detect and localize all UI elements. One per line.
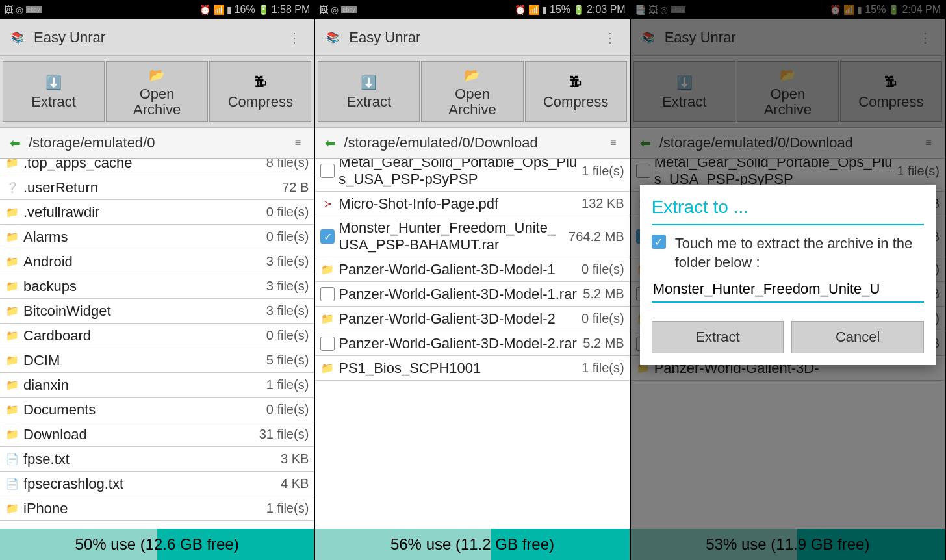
file-row[interactable]: ❔.userReturn72 B xyxy=(0,175,314,200)
path-bar: ⬅ /storage/emulated/0 ≡ xyxy=(0,127,314,159)
file-checkbox[interactable] xyxy=(320,164,335,178)
battery-text: 16% xyxy=(235,4,255,16)
file-name: DCIM xyxy=(23,352,262,369)
file-row[interactable]: Panzer-World-Galient-3D-Model-2.rar5.2 M… xyxy=(315,331,629,356)
storage-footer: 50% use (12.6 GB free) xyxy=(0,529,314,560)
file-row[interactable]: Panzer-World-Galient-3D-Model-1.rar5.2 M… xyxy=(315,282,629,307)
target-icon: ◎ xyxy=(16,5,23,15)
file-name: BitcoinWidget xyxy=(23,303,262,320)
dialog-body[interactable]: ✓ Touch me to extract the archive in the… xyxy=(652,235,924,272)
storage-text: 50% use (12.6 GB free) xyxy=(75,535,239,554)
file-list[interactable]: 📁.top_apps_cache8 file(s)❔.userReturn72 … xyxy=(0,159,314,529)
file-checkbox[interactable] xyxy=(320,287,335,301)
file-row[interactable]: Metal_Gear_Solid_Portable_Ops_Plus_USA_P… xyxy=(315,159,629,192)
extract-button[interactable]: ⬇️ Extract xyxy=(3,61,105,122)
dialog-divider xyxy=(652,224,924,225)
gallery-icon: 🖼 xyxy=(319,5,328,15)
file-name: backups xyxy=(23,278,262,295)
file-row[interactable]: 📁Documents0 file(s) xyxy=(0,398,314,422)
file-row[interactable]: 📁PS1_Bios_SCPH10011 file(s) xyxy=(315,356,629,381)
file-row[interactable]: 📄fpsecrashlog.txt4 KB xyxy=(0,472,314,496)
dialog-title: Extract to ... xyxy=(652,197,924,218)
file-name: .top_apps_cache xyxy=(23,159,262,172)
file-row[interactable]: 📁Download31 file(s) xyxy=(0,422,314,447)
file-row[interactable]: 📁Panzer-World-Galient-3D-Model-20 file(s… xyxy=(315,307,629,331)
file-name: fpse.txt xyxy=(23,451,277,468)
file-size: 1 file(s) xyxy=(582,164,624,179)
file-row[interactable]: 📁Panzer-World-Galient-3D-Model-10 file(s… xyxy=(315,257,629,282)
file-name: Documents xyxy=(23,401,262,418)
overflow-menu-button[interactable]: ⋮ xyxy=(597,25,623,51)
file-name: .userReturn xyxy=(23,179,278,196)
extract-button[interactable]: ⬇️ Extract xyxy=(318,61,420,122)
file-name: fpsecrashlog.txt xyxy=(23,476,277,492)
file-name: dianxin xyxy=(23,377,262,394)
back-button[interactable]: ⬅ xyxy=(5,134,25,151)
path-text: /storage/emulated/0 xyxy=(29,134,287,151)
file-size: 3 file(s) xyxy=(266,303,309,318)
storage-footer: 56% use (11.2 GB free) xyxy=(315,529,629,560)
file-size: 0 file(s) xyxy=(582,311,624,326)
alarm-icon: ⏰ xyxy=(515,5,526,15)
signal-icon: ▮ xyxy=(227,5,232,15)
compress-button[interactable]: 🗜 Compress xyxy=(209,61,311,122)
file-size: 132 KB xyxy=(582,196,624,211)
file-row[interactable]: 📁dianxin1 file(s) xyxy=(0,373,314,398)
app-bar: 📚 Easy Unrar ⋮ xyxy=(315,19,629,56)
sort-button[interactable]: ≡ xyxy=(287,132,309,154)
panel-2: 🖼 ◎ ebay ⏰ 📶 ▮ 15% 🔋 2:03 PM 📚 Easy Unra… xyxy=(315,0,630,560)
extract-icon: ⬇️ xyxy=(45,73,63,92)
dialog-checkbox[interactable]: ✓ xyxy=(652,235,666,249)
file-list[interactable]: Metal_Gear_Solid_Portable_Ops_Plus_USA_P… xyxy=(315,159,629,529)
toolbar: ⬇️ Extract 📂 Open Archive 🗜 Compress xyxy=(0,56,314,127)
file-row[interactable]: ✓Monster_Hunter_Freedom_Unite_USA_PSP-BA… xyxy=(315,216,629,257)
open-archive-button[interactable]: 📂 Open Archive xyxy=(421,61,523,122)
file-row[interactable]: 📄fpse.txt3 KB xyxy=(0,447,314,472)
file-checkbox[interactable] xyxy=(320,337,335,351)
compress-icon: 🗜 xyxy=(251,73,270,92)
compress-button[interactable]: 🗜 Compress xyxy=(525,61,627,122)
sort-button[interactable]: ≡ xyxy=(602,132,624,154)
file-row[interactable]: 📁Cardboard0 file(s) xyxy=(0,324,314,348)
extract-label: Extract xyxy=(31,94,75,110)
folder-icon: 📁 xyxy=(5,205,19,220)
file-size: 3 KB xyxy=(281,452,309,466)
file-size: 5 file(s) xyxy=(266,353,309,368)
file-size: 4 KB xyxy=(281,476,309,491)
wifi-icon: 📶 xyxy=(213,5,224,15)
file-checkbox[interactable]: ✓ xyxy=(320,229,335,244)
dialog-buttons: Extract Cancel xyxy=(652,321,924,353)
file-name: Micro-Shot-Info-Page.pdf xyxy=(339,196,578,212)
file-size: 1 file(s) xyxy=(266,501,309,516)
file-row[interactable]: 📁Alarms0 file(s) xyxy=(0,225,314,249)
file-row[interactable]: 📁Android3 file(s) xyxy=(0,249,314,274)
file-row[interactable]: 📁.top_apps_cache8 file(s) xyxy=(0,159,314,175)
open-archive-label: Open Archive xyxy=(448,86,496,118)
file-row[interactable]: 📁.vefullrawdir0 file(s) xyxy=(0,200,314,225)
dialog-extract-button[interactable]: Extract xyxy=(652,321,784,353)
time-text: 2:03 PM xyxy=(587,4,626,16)
folder-icon: 📁 xyxy=(320,361,335,375)
file-row[interactable]: 📁BitcoinWidget3 file(s) xyxy=(0,299,314,324)
folder-icon: 📁 xyxy=(5,502,19,516)
folder-icon: 📁 xyxy=(5,304,19,318)
file-row[interactable]: 📁DCIM5 file(s) xyxy=(0,348,314,373)
file-row[interactable]: ≻Micro-Shot-Info-Page.pdf132 KB xyxy=(315,192,629,216)
file-name: Panzer-World-Galient-3D-Model-2 xyxy=(339,311,578,327)
file-icon: ❔ xyxy=(5,181,19,195)
path-text: /storage/emulated/0/Download xyxy=(344,134,602,151)
dialog-cancel-button[interactable]: Cancel xyxy=(791,321,924,353)
folder-icon: 📁 xyxy=(5,255,19,269)
file-row[interactable]: 📁backups3 file(s) xyxy=(0,274,314,299)
open-archive-button[interactable]: 📂 Open Archive xyxy=(106,61,208,122)
file-size: 8 file(s) xyxy=(266,159,309,170)
overflow-menu-button[interactable]: ⋮ xyxy=(281,25,307,51)
file-name: Download xyxy=(23,426,255,443)
back-button[interactable]: ⬅ xyxy=(320,134,340,151)
file-row[interactable]: 📁iPhone1 file(s) xyxy=(0,496,314,521)
folder-icon: 📁 xyxy=(320,312,335,326)
dialog-folder-input[interactable] xyxy=(652,277,924,303)
file-size: 1 file(s) xyxy=(266,377,309,392)
app-bar: 📚 Easy Unrar ⋮ xyxy=(0,19,314,56)
app-logo-icon: 📚 xyxy=(6,27,29,49)
